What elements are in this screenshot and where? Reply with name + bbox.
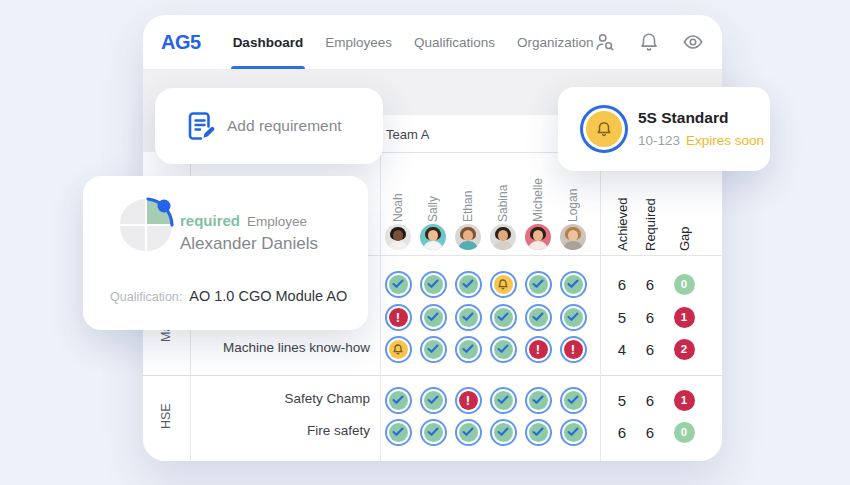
status-icon-ok[interactable] <box>455 271 482 298</box>
employee-avatar[interactable] <box>385 224 411 250</box>
employee-avatar[interactable] <box>420 224 446 250</box>
employee-name-header[interactable]: Sally <box>426 158 440 222</box>
status-icon-ok[interactable] <box>525 304 552 331</box>
status-icon-warn[interactable] <box>385 336 412 363</box>
achieved-value: 5 <box>607 392 637 409</box>
status-icon-ok[interactable] <box>385 271 412 298</box>
card-heading: required Employee <box>180 212 307 229</box>
gap-badge: 1 <box>674 390 695 411</box>
check-icon <box>424 275 443 294</box>
status-icon-ok[interactable] <box>385 387 412 414</box>
required-value: 6 <box>635 392 665 409</box>
check-icon <box>494 308 513 327</box>
status-icon-ok[interactable] <box>490 419 517 446</box>
check-icon <box>564 423 583 442</box>
check-icon <box>529 391 548 410</box>
status-icon-ok[interactable] <box>420 387 447 414</box>
qualification-subtitle: 10-123 Expires soon <box>638 133 764 148</box>
check-icon <box>389 275 408 294</box>
group-label-hse: HSE <box>157 376 175 456</box>
status-icon-ok[interactable] <box>490 304 517 331</box>
row-label: Fire safety <box>183 423 370 438</box>
employee-name-header[interactable]: Michelle <box>531 158 545 222</box>
check-icon <box>459 423 478 442</box>
check-icon <box>564 308 583 327</box>
check-icon <box>494 340 513 359</box>
status-icon-ok[interactable] <box>560 271 587 298</box>
check-icon <box>459 275 478 294</box>
row-label: Safety Champ <box>183 391 370 406</box>
employee-avatar[interactable] <box>455 224 481 250</box>
check-icon <box>424 308 443 327</box>
alert-icon: ! <box>564 340 583 359</box>
achieved-value: 5 <box>607 309 637 326</box>
employee-name: Alexander Daniels <box>180 234 318 254</box>
status-icon-ok[interactable] <box>560 387 587 414</box>
add-requirement-label: Add requirement <box>227 88 342 164</box>
check-icon <box>459 308 478 327</box>
check-icon <box>564 391 583 410</box>
required-employee-card[interactable]: required Employee Alexander Daniels Qual… <box>83 176 368 330</box>
status-icon-ok[interactable] <box>525 387 552 414</box>
expiring-bell-badge <box>580 105 628 153</box>
check-icon <box>424 423 443 442</box>
status-icon-ok[interactable] <box>560 304 587 331</box>
check-icon <box>389 423 408 442</box>
expiring-qualification-card[interactable]: 5S Standard 10-123 Expires soon <box>558 87 770 171</box>
alert-icon: ! <box>389 308 408 327</box>
check-icon <box>389 391 408 410</box>
status-icon-ok[interactable] <box>385 419 412 446</box>
gap-badge: 1 <box>674 307 695 328</box>
check-icon <box>564 275 583 294</box>
required-value: 6 <box>635 341 665 358</box>
progress-pie-icon <box>120 199 172 251</box>
check-icon <box>529 275 548 294</box>
status-icon-ok[interactable] <box>420 419 447 446</box>
status-icon-alert[interactable]: ! <box>560 336 587 363</box>
qualification-label: Qualification: <box>110 290 182 304</box>
employee-avatar[interactable] <box>560 224 586 250</box>
status-icon-alert[interactable]: ! <box>385 304 412 331</box>
employee-avatar[interactable] <box>525 224 551 250</box>
status-icon-ok[interactable] <box>490 336 517 363</box>
gap-badge: 0 <box>674 274 695 295</box>
status-icon-alert[interactable]: ! <box>525 336 552 363</box>
employee-name-header[interactable]: Ethan <box>461 158 475 222</box>
status-icon-alert[interactable]: ! <box>455 387 482 414</box>
status-icon-ok[interactable] <box>420 304 447 331</box>
bell-icon <box>494 275 513 294</box>
achieved-value: 4 <box>607 341 637 358</box>
status-icon-ok[interactable] <box>490 387 517 414</box>
status-icon-ok[interactable] <box>420 336 447 363</box>
document-edit-icon <box>183 109 217 147</box>
check-icon <box>529 308 548 327</box>
qualification-code: 10-123 <box>638 133 680 148</box>
required-value: 6 <box>635 309 665 326</box>
required-value: 6 <box>635 276 665 293</box>
achieved-value: 6 <box>607 276 637 293</box>
status-icon-ok[interactable] <box>560 419 587 446</box>
qualification-line: Qualification: AO 1.0 CGO Module AO <box>110 288 347 304</box>
employee-name-header[interactable]: Noah <box>391 158 405 222</box>
page-background: AG5 DashboardEmployeesQualificationsOrga… <box>0 0 850 485</box>
gap-badge: 2 <box>674 339 695 360</box>
status-icon-ok[interactable] <box>455 419 482 446</box>
qualification-value: AO 1.0 CGO Module AO <box>189 288 347 304</box>
expires-soon-badge: Expires soon <box>686 133 764 148</box>
add-requirement-card[interactable]: Add requirement <box>155 88 383 164</box>
employee-avatar[interactable] <box>490 224 516 250</box>
status-icon-ok[interactable] <box>525 271 552 298</box>
status-icon-ok[interactable] <box>420 271 447 298</box>
check-icon <box>424 340 443 359</box>
employee-name-header[interactable]: Sabina <box>496 158 510 222</box>
qualification-title: 5S Standard <box>638 109 728 127</box>
required-value: 6 <box>635 424 665 441</box>
entity-label: Employee <box>247 214 307 229</box>
status-icon-warn[interactable] <box>490 271 517 298</box>
row-label: Machine lines know-how <box>183 340 370 355</box>
status-icon-ok[interactable] <box>525 419 552 446</box>
status-icon-ok[interactable] <box>455 304 482 331</box>
status-icon-ok[interactable] <box>455 336 482 363</box>
check-icon <box>529 423 548 442</box>
gap-badge: 0 <box>674 422 695 443</box>
